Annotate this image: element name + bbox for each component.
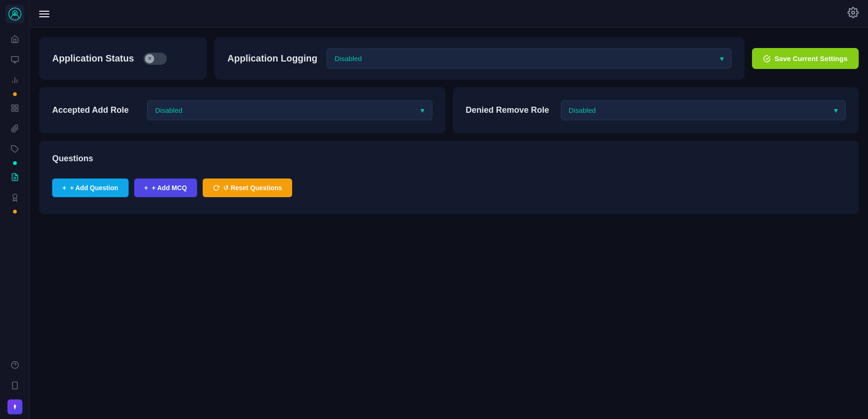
accepted-add-role-select[interactable]: Disabled Enabled bbox=[147, 100, 432, 120]
sidebar-item-help[interactable] bbox=[7, 357, 23, 373]
svg-rect-12 bbox=[15, 109, 18, 111]
content-area: Application Status ✕ Application Logging… bbox=[30, 28, 868, 419]
sidebar bbox=[0, 0, 30, 419]
check-circle-icon bbox=[763, 55, 771, 62]
save-current-settings-button[interactable]: Save Current Settings bbox=[752, 48, 859, 69]
add-question-button[interactable]: + + Add Question bbox=[52, 179, 129, 197]
row-1: Application Status ✕ Application Logging… bbox=[39, 37, 859, 80]
svg-point-16 bbox=[13, 194, 17, 199]
menu-button[interactable] bbox=[39, 11, 49, 17]
denied-remove-role-select[interactable]: Disabled Enabled bbox=[561, 100, 846, 120]
app-status-label: Application Status bbox=[52, 53, 134, 64]
svg-rect-11 bbox=[12, 109, 14, 111]
sidebar-dot-orange bbox=[13, 92, 17, 96]
card-denied-remove-role: Denied Remove Role Disabled Enabled ▼ bbox=[453, 87, 859, 133]
svg-rect-3 bbox=[11, 56, 18, 62]
toggle-knob: ✕ bbox=[145, 54, 154, 63]
main-wrapper: Application Status ✕ Application Logging… bbox=[30, 0, 868, 419]
card-save: Save Current Settings bbox=[752, 37, 859, 80]
sidebar-dot-teal bbox=[13, 161, 17, 165]
app-logging-label: Application Logging bbox=[227, 53, 317, 64]
sidebar-item-chart[interactable] bbox=[7, 72, 23, 89]
svg-point-21 bbox=[852, 11, 854, 14]
card-app-status: Application Status ✕ bbox=[39, 37, 207, 80]
row-roles: Accepted Add Role Disabled Enabled ▼ Den… bbox=[39, 87, 859, 133]
denied-remove-role-label: Denied Remove Role bbox=[466, 105, 550, 115]
sidebar-item-doc[interactable] bbox=[7, 169, 23, 185]
reset-questions-button[interactable]: ↺ Reset Questions bbox=[203, 179, 292, 197]
sidebar-item-tag[interactable] bbox=[7, 141, 23, 158]
sidebar-diamond[interactable] bbox=[7, 399, 22, 414]
svg-rect-10 bbox=[15, 105, 18, 107]
toggle-x-icon: ✕ bbox=[148, 56, 151, 61]
save-button-label: Save Current Settings bbox=[774, 55, 847, 62]
card-app-logging: Application Logging Disabled Enabled Ver… bbox=[214, 37, 745, 80]
sidebar-item-award[interactable] bbox=[7, 189, 23, 206]
accepted-add-role-label: Accepted Add Role bbox=[52, 105, 136, 115]
add-question-plus-icon: + bbox=[62, 184, 66, 192]
sidebar-dot-orange2 bbox=[13, 210, 17, 213]
sidebar-item-phone[interactable] bbox=[7, 377, 23, 394]
reset-questions-label: ↺ Reset Questions bbox=[223, 184, 282, 192]
app-logo[interactable] bbox=[6, 5, 24, 23]
reset-icon bbox=[213, 185, 219, 191]
settings-icon[interactable] bbox=[847, 7, 859, 21]
app-logging-select[interactable]: Disabled Enabled Verbose bbox=[327, 48, 731, 69]
questions-buttons-row: + + Add Question + + Add MCQ ↺ Reset Que… bbox=[52, 179, 846, 197]
accepted-add-role-select-wrap: Disabled Enabled ▼ bbox=[147, 100, 432, 120]
sidebar-item-home[interactable] bbox=[7, 31, 23, 48]
sidebar-item-clip[interactable] bbox=[7, 120, 23, 137]
app-logging-select-wrap: Disabled Enabled Verbose ▼ bbox=[327, 48, 731, 69]
card-accepted-add-role: Accepted Add Role Disabled Enabled ▼ bbox=[39, 87, 445, 133]
svg-point-2 bbox=[14, 12, 16, 14]
svg-rect-9 bbox=[12, 105, 14, 107]
denied-remove-role-select-wrap: Disabled Enabled ▼ bbox=[561, 100, 846, 120]
app-status-toggle-wrap: ✕ bbox=[144, 53, 167, 65]
topbar bbox=[30, 0, 868, 28]
add-mcq-button[interactable]: + + Add MCQ bbox=[134, 179, 198, 197]
sidebar-item-grid[interactable] bbox=[7, 100, 23, 117]
add-mcq-label: + Add MCQ bbox=[152, 184, 187, 192]
sidebar-item-layers[interactable] bbox=[7, 51, 23, 68]
card-questions: Questions + + Add Question + + Add MCQ ↺… bbox=[39, 141, 859, 214]
add-question-label: + Add Question bbox=[70, 184, 118, 192]
add-mcq-plus-icon: + bbox=[144, 184, 148, 192]
questions-label: Questions bbox=[52, 154, 846, 164]
app-status-toggle[interactable]: ✕ bbox=[144, 53, 167, 65]
